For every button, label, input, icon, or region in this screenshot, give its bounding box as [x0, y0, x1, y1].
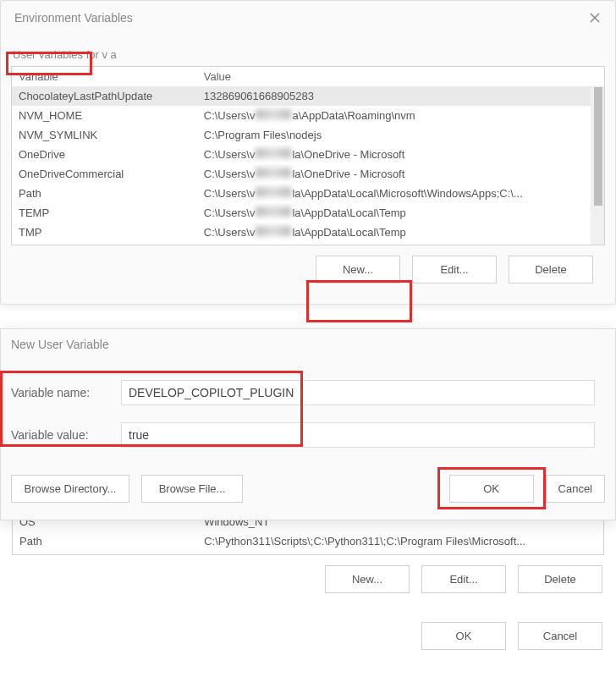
dialog-cancel-button[interactable]: Cancel [546, 475, 605, 503]
system-vars-buttons: New... Edit... Delete [0, 555, 616, 607]
footer-ok-button[interactable]: OK [421, 622, 506, 650]
edit-button[interactable]: Edit... [412, 256, 497, 283]
cell-variable: TMP [12, 223, 197, 242]
variable-name-input[interactable] [121, 380, 595, 405]
cell-variable: NVM_HOME [12, 106, 197, 125]
cell-value: C:\Users\vla\OneDrive - Microsoft [197, 145, 604, 164]
new-user-variable-dialog: New User Variable Variable name: Variabl… [0, 328, 616, 520]
footer-cancel-button[interactable]: Cancel [518, 622, 602, 650]
table-row[interactable]: NVM_SYMLINKC:\Program Files\nodejs [12, 125, 604, 145]
user-vars-label: User variables for v a [11, 47, 118, 63]
sys-edit-button[interactable]: Edit... [421, 565, 506, 593]
column-value[interactable]: Value [197, 67, 604, 86]
footer-buttons: OK Cancel [0, 607, 616, 665]
cell-value: C:\Users\vla\AppData\Local\Microsoft\Win… [197, 184, 604, 203]
new-button[interactable]: New... [316, 256, 400, 283]
variable-name-row: Variable name: [1, 372, 615, 414]
table-row[interactable]: OneDriveC:\Users\vla\OneDrive - Microsof… [12, 145, 604, 164]
browse-directory-button[interactable]: Browse Directory... [11, 475, 129, 503]
variable-value-input[interactable] [121, 422, 595, 448]
cell-value: 132869061668905283 [197, 86, 604, 106]
variable-value-row: Variable value: [1, 414, 615, 456]
cell-variable: Path [13, 531, 197, 551]
cell-variable: NVM_SYMLINK [12, 125, 197, 145]
scrollbar-thumb[interactable] [594, 87, 602, 206]
sys-delete-button[interactable]: Delete [518, 565, 602, 593]
window-title: Environment Variables [14, 11, 133, 25]
dialog-ok-button[interactable]: OK [449, 475, 534, 503]
cell-value: C:\Python311\Scripts\;C:\Python311\;C:\P… [197, 531, 603, 551]
cell-value: C:\Program Files\nodejs [197, 125, 604, 145]
cell-variable: OneDriveCommercial [12, 164, 197, 184]
cell-variable: ChocolateyLastPathUpdate [12, 86, 197, 106]
cell-value: C:\Users\vla\AppData\Local\Temp [197, 223, 604, 242]
table-row[interactable]: NVM_HOMEC:\Users\va\AppData\Roaming\nvm [12, 106, 604, 125]
sys-new-button[interactable]: New... [325, 565, 410, 593]
table-header: Variable Value [12, 67, 604, 86]
browse-file-button[interactable]: Browse File... [141, 475, 243, 503]
cell-value: C:\Users\vla\AppData\Local\Temp [197, 203, 604, 223]
table-row[interactable]: ChocolateyLastPathUpdate1328690616689052… [12, 86, 604, 106]
table-row[interactable]: PathC:\Python311\Scripts\;C:\Python311\;… [13, 531, 603, 551]
table-row[interactable]: TMPC:\Users\vla\AppData\Local\Temp [12, 223, 604, 242]
dialog-title: New User Variable [11, 338, 109, 351]
column-variable[interactable]: Variable [12, 67, 197, 86]
dialog-titlebar: New User Variable [1, 329, 615, 360]
cell-value: C:\Users\va\AppData\Roaming\nvm [197, 106, 604, 125]
close-icon[interactable] [583, 8, 607, 28]
table-row[interactable]: TEMPC:\Users\vla\AppData\Local\Temp [12, 203, 604, 223]
user-variables-group: User variables for v a Variable Value Ch… [11, 47, 605, 297]
titlebar: Environment Variables [1, 1, 615, 35]
table-row[interactable]: OneDriveCommercialC:\Users\vla\OneDrive … [12, 164, 604, 184]
scrollbar[interactable] [591, 85, 604, 245]
variable-value-label: Variable value: [11, 428, 121, 442]
user-vars-buttons: New... Edit... Delete [11, 245, 605, 297]
cell-variable: OneDrive [12, 145, 197, 164]
cell-value: C:\Users\vla\OneDrive - Microsoft [197, 164, 604, 184]
delete-button[interactable]: Delete [509, 256, 593, 283]
table-row[interactable]: PathC:\Users\vla\AppData\Local\Microsoft… [12, 184, 604, 203]
cell-variable: TEMP [12, 203, 197, 223]
cell-variable: Path [12, 184, 197, 203]
variable-name-label: Variable name: [11, 386, 121, 399]
user-vars-table[interactable]: Variable Value ChocolateyLastPathUpdate1… [11, 66, 605, 245]
